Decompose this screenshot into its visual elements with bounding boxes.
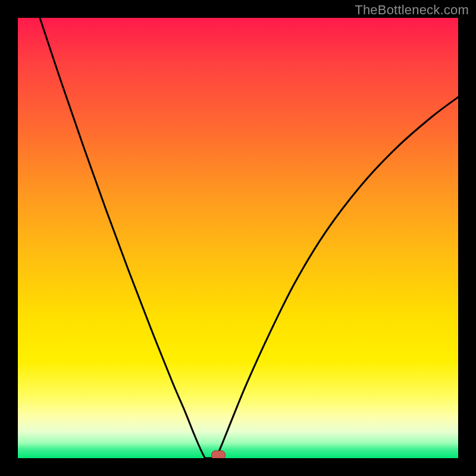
curve-right-branch bbox=[216, 97, 458, 458]
chart-frame: TheBottleneck.com bbox=[0, 0, 476, 476]
watermark-text: TheBottleneck.com bbox=[355, 2, 469, 18]
plot-area bbox=[18, 18, 458, 458]
curve-svg bbox=[18, 18, 458, 458]
valley-marker bbox=[211, 450, 226, 458]
curve-left-branch bbox=[40, 18, 205, 458]
